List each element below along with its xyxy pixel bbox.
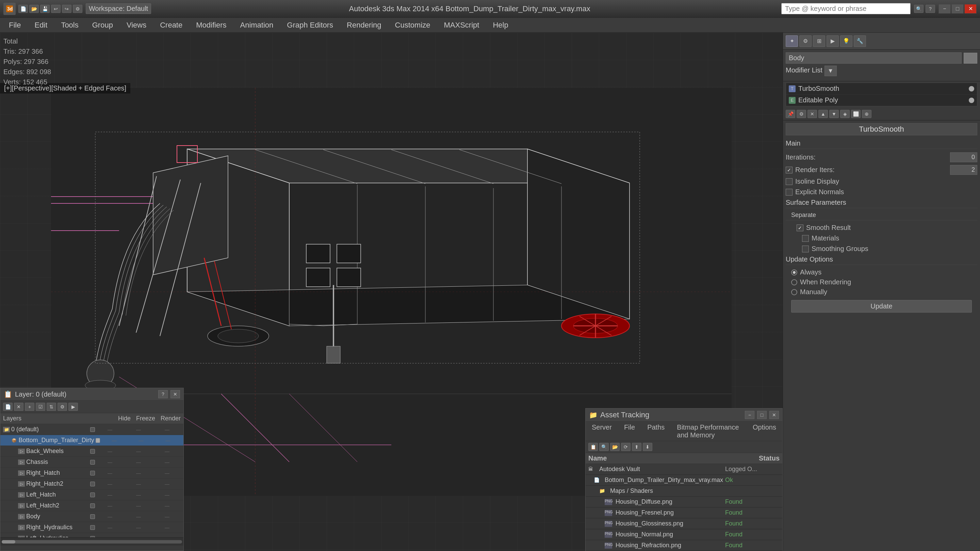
- extra-btn1[interactable]: ⚙: [73, 5, 82, 13]
- asset-tb-btn5[interactable]: ⬆: [632, 443, 641, 451]
- materials-checkbox[interactable]: [802, 235, 809, 242]
- search-input[interactable]: [781, 3, 911, 14]
- layer-dot[interactable]: [95, 438, 100, 443]
- delete-modifier-btn[interactable]: ✕: [808, 110, 817, 118]
- minimize-button[interactable]: −: [939, 4, 951, 14]
- layer-row[interactable]: 📦 Bottom_Dump_Trailer_Dirty — — —: [0, 435, 183, 446]
- menu-group[interactable]: Group: [86, 19, 119, 32]
- layer-row[interactable]: 📁 0 (default) — — —: [0, 424, 183, 435]
- asset-tb-btn6[interactable]: ⬇: [643, 443, 652, 451]
- pin-stack-btn[interactable]: 📌: [786, 110, 795, 118]
- layer-scrollbar-thumb[interactable]: [2, 540, 15, 543]
- layer-row[interactable]: ▷ Left_Hatch — — —: [0, 489, 183, 500]
- menu-tools[interactable]: Tools: [55, 19, 84, 32]
- layer-row[interactable]: ▷ Right_Hatch — — —: [0, 468, 183, 478]
- asset-menu-file[interactable]: File: [618, 422, 641, 441]
- menu-animation[interactable]: Animation: [234, 19, 279, 32]
- modifier-editpoly[interactable]: E Editable Poly: [786, 95, 977, 106]
- layer-row[interactable]: ▷ Left_Hatch2 — — —: [0, 500, 183, 511]
- asset-row[interactable]: PNG Housing_Refraction.png Found: [585, 540, 782, 551]
- update-button[interactable]: Update: [791, 300, 972, 313]
- modifier-list-dropdown[interactable]: ▼: [824, 66, 837, 76]
- layer-row[interactable]: ▷ Body — — —: [0, 511, 183, 522]
- layer-close-btn[interactable]: ✕: [170, 390, 180, 398]
- layer-select-btn[interactable]: ☑: [36, 403, 45, 411]
- asset-minimize-btn[interactable]: −: [745, 411, 754, 419]
- restore-button[interactable]: □: [951, 4, 964, 14]
- layer-row[interactable]: ▷ Chassis — — —: [0, 457, 183, 468]
- make-unique-btn[interactable]: ◈: [840, 110, 850, 118]
- asset-menu-paths[interactable]: Paths: [641, 422, 671, 441]
- asset-restore-btn[interactable]: □: [757, 411, 767, 419]
- close-button[interactable]: ✕: [964, 4, 977, 14]
- object-name-input[interactable]: [786, 52, 962, 64]
- modifier-turbos[interactable]: T TurboSmooth: [786, 83, 977, 95]
- asset-tb-btn2[interactable]: 🔍: [599, 443, 609, 451]
- asset-row[interactable]: 📁 Maps / Shaders: [585, 486, 782, 497]
- layer-row[interactable]: ▷ Right_Hydraulics — — —: [0, 522, 183, 533]
- menu-rendering[interactable]: Rendering: [340, 19, 388, 32]
- turbos-visibility[interactable]: [969, 86, 974, 92]
- always-radio[interactable]: Always: [791, 268, 972, 276]
- asset-row[interactable]: PNG Housing_Glossiness.png Found: [585, 518, 782, 529]
- menu-file[interactable]: File: [3, 19, 27, 32]
- menu-create[interactable]: Create: [154, 19, 189, 32]
- layer-dot6[interactable]: [90, 482, 95, 486]
- collapse-btn[interactable]: ⬜: [851, 110, 861, 118]
- motion-tab[interactable]: ▶: [827, 35, 839, 47]
- layer-dot5[interactable]: [90, 471, 95, 475]
- layer-row[interactable]: ▷ Right_Hatch2 — — —: [0, 478, 183, 489]
- move-down-btn[interactable]: ▼: [829, 110, 839, 118]
- menu-maxscript[interactable]: MAXScript: [438, 19, 485, 32]
- layer-delete-btn[interactable]: ✕: [14, 403, 24, 411]
- asset-row[interactable]: PNG Housing_Diffuse.png Found: [585, 497, 782, 508]
- redo-button[interactable]: ↪: [62, 5, 72, 13]
- layer-row[interactable]: ▷ Left_Hydraulics — — —: [0, 533, 183, 537]
- layer-help-btn[interactable]: ?: [158, 390, 168, 398]
- modify-tab[interactable]: ⚙: [799, 35, 811, 47]
- display-tab[interactable]: 💡: [840, 35, 853, 47]
- layer-expand-btn[interactable]: ▶: [68, 403, 78, 411]
- layer-scrollbar[interactable]: [0, 537, 183, 546]
- move-up-btn[interactable]: ▲: [818, 110, 828, 118]
- new-button[interactable]: 📄: [18, 5, 28, 13]
- layer-sort-btn[interactable]: ⇅: [47, 403, 56, 411]
- asset-row[interactable]: 📄 Bottom_Dump_Trailer_Dirty_max_vray.max…: [585, 475, 782, 486]
- layer-dot9[interactable]: [90, 514, 95, 519]
- object-color-swatch[interactable]: [964, 53, 977, 64]
- workspace-selector[interactable]: Workspace: Default: [86, 3, 151, 14]
- menu-customize[interactable]: Customize: [389, 19, 437, 32]
- menu-help[interactable]: Help: [487, 19, 514, 32]
- configure-btn[interactable]: ⚙: [797, 110, 806, 118]
- iterations-input[interactable]: [950, 152, 977, 162]
- layer-scrollbar-track[interactable]: [2, 540, 182, 543]
- help-icon[interactable]: ?: [926, 5, 935, 13]
- menu-graph-editors[interactable]: Graph Editors: [281, 19, 339, 32]
- utilities-tab[interactable]: 🔧: [854, 35, 866, 47]
- show-end-result-btn[interactable]: ⊕: [862, 110, 872, 118]
- layer-dot7[interactable]: [90, 492, 95, 497]
- layer-dot3[interactable]: [90, 449, 95, 454]
- layer-dot8[interactable]: [90, 503, 95, 508]
- layer-new-btn[interactable]: 📄: [3, 403, 13, 411]
- menu-modifiers[interactable]: Modifiers: [190, 19, 232, 32]
- undo-button[interactable]: ↩: [51, 5, 60, 13]
- open-button[interactable]: 📂: [29, 5, 39, 13]
- explicit-normals-checkbox[interactable]: [786, 189, 792, 195]
- asset-tb-btn3[interactable]: 📂: [610, 443, 620, 451]
- layer-settings-btn[interactable]: ⚙: [57, 403, 67, 411]
- search-icon[interactable]: 🔍: [914, 5, 924, 13]
- layer-dot11[interactable]: [90, 536, 95, 538]
- layer-dot4[interactable]: [90, 460, 95, 465]
- asset-row[interactable]: PNG Housing_Normal.png Found: [585, 529, 782, 540]
- manually-radio[interactable]: Manually: [791, 288, 972, 296]
- smooth-result-checkbox[interactable]: ✓: [797, 224, 803, 231]
- smoothing-groups-checkbox[interactable]: [802, 246, 809, 252]
- layer-visible-dot[interactable]: [90, 427, 95, 432]
- editpoly-visibility[interactable]: [969, 98, 974, 103]
- asset-tb-btn1[interactable]: 📋: [588, 443, 598, 451]
- menu-edit[interactable]: Edit: [28, 19, 53, 32]
- render-iters-input[interactable]: [950, 165, 977, 175]
- asset-tb-btn4[interactable]: ⟳: [621, 443, 630, 451]
- layer-row[interactable]: ▷ Back_Wheels — — —: [0, 446, 183, 457]
